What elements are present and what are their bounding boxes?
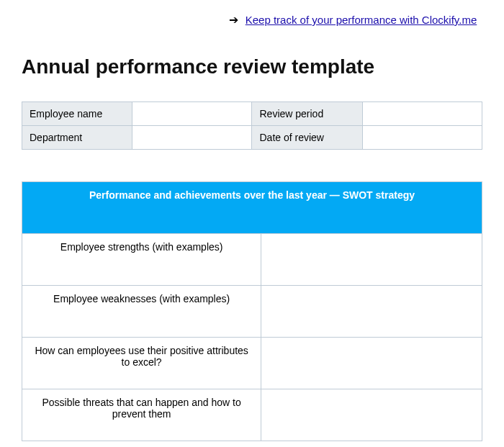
table-row: Possible threats that can happen and how… xyxy=(22,389,482,441)
date-of-review-value[interactable] xyxy=(362,126,482,150)
swot-header-row: Performance and achievements over the la… xyxy=(22,182,482,234)
employee-name-value[interactable] xyxy=(132,102,252,126)
swot-weaknesses-label: Employee weaknesses (with examples) xyxy=(22,286,261,338)
date-of-review-label: Date of review xyxy=(252,126,362,150)
swot-header: Performance and achievements over the la… xyxy=(22,182,482,234)
department-value[interactable] xyxy=(132,126,252,150)
table-row: Employee strengths (with examples) xyxy=(22,234,482,286)
clockify-link[interactable]: Keep track of your performance with Cloc… xyxy=(246,14,477,26)
swot-threats-value[interactable] xyxy=(261,389,482,441)
employee-info-table: Employee name Review period Department D… xyxy=(22,101,482,150)
table-row: Employee weaknesses (with examples) xyxy=(22,286,482,338)
swot-strengths-label: Employee strengths (with examples) xyxy=(22,234,261,286)
review-period-value[interactable] xyxy=(362,102,482,126)
swot-weaknesses-value[interactable] xyxy=(261,286,482,338)
arrow-right-icon: ➔ xyxy=(229,13,238,27)
swot-positive-attributes-label: How can employees use their positive att… xyxy=(22,338,261,389)
employee-name-label: Employee name xyxy=(22,102,132,126)
review-period-label: Review period xyxy=(252,102,362,126)
table-row: Department Date of review xyxy=(22,126,482,150)
table-row: Employee name Review period xyxy=(22,102,482,126)
table-row: How can employees use their positive att… xyxy=(22,338,482,389)
swot-table: Performance and achievements over the la… xyxy=(22,181,482,441)
department-label: Department xyxy=(22,126,132,150)
swot-positive-attributes-value[interactable] xyxy=(261,338,482,389)
page-title: Annual performance review template xyxy=(22,55,482,78)
swot-threats-label: Possible threats that can happen and how… xyxy=(22,389,261,441)
top-link-row: ➔ Keep track of your performance with Cl… xyxy=(22,13,482,27)
swot-strengths-value[interactable] xyxy=(261,234,482,286)
